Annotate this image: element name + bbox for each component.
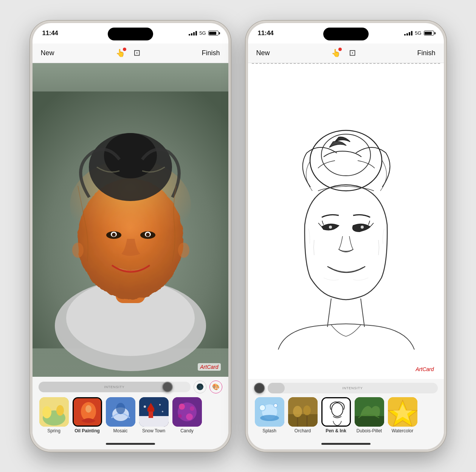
intensity-row-left: INTENSITY 🌑 🎨 [39, 381, 222, 393]
filter-thumb-watercolor [388, 397, 417, 427]
portrait-sketch: ArtCard [248, 63, 444, 379]
svg-point-20 [56, 405, 64, 416]
network-type-right: 5G [415, 30, 421, 36]
new-button-left[interactable]: New [41, 49, 54, 57]
red-dot-left [123, 48, 126, 51]
battery-icon-right [424, 31, 434, 36]
filter-snowtown[interactable]: Snow Town [138, 397, 169, 433]
crop-icon-right[interactable]: ⊡ [349, 48, 356, 58]
svg-point-46 [361, 226, 364, 229]
battery-fill-left [209, 32, 216, 35]
network-type-left: 5G [199, 30, 206, 36]
filter-candy[interactable]: Candy [172, 397, 203, 433]
filter-label-splash: Splash [262, 428, 276, 433]
svg-rect-53 [288, 414, 318, 427]
filter-strip-left: Spring Oil Painting [39, 397, 222, 436]
svg-point-41 [178, 414, 182, 418]
svg-point-33 [144, 405, 146, 408]
filter-thumb-orchard [288, 397, 318, 427]
intensity-thumb-left-side[interactable] [254, 383, 265, 393]
portrait-oil: ArtCard [33, 63, 228, 377]
svg-point-54 [293, 406, 302, 417]
filter-label-orchard: Orchard [295, 428, 311, 433]
dynamic-island-left [108, 28, 153, 40]
palette-icon-left[interactable]: 🎨 [209, 381, 222, 393]
battery-fill-right [425, 32, 432, 35]
home-indicator-left [33, 439, 228, 449]
filter-oil[interactable]: Oil Painting [72, 397, 103, 433]
filter-watercolor[interactable]: Watercolor [387, 397, 418, 433]
intensity-thumb-left[interactable] [162, 382, 173, 392]
svg-point-34 [159, 404, 161, 405]
intensity-moon-icon-left[interactable]: 🌑 [194, 381, 206, 393]
svg-point-50 [259, 405, 265, 411]
filter-thumb-snowtown [139, 397, 169, 427]
dashed-border [252, 63, 440, 64]
status-icons-right: 5G [404, 30, 434, 36]
filter-label-oil: Oil Painting [74, 428, 100, 433]
svg-point-19 [42, 406, 51, 418]
signal-bars-right [404, 31, 412, 36]
svg-point-13 [112, 233, 116, 237]
svg-point-51 [274, 404, 278, 407]
canvas-right: ArtCard [248, 63, 444, 379]
intensity-track-right[interactable]: INTENSITY [268, 383, 438, 393]
intensity-label-left: INTENSITY [104, 385, 124, 389]
nav-center-right: 👆 ⊡ [331, 48, 356, 58]
intensity-fill-left [39, 382, 168, 392]
crop-icon-left[interactable]: ⊡ [133, 48, 140, 58]
intensity-label-right: INTENSITY [342, 386, 363, 390]
filter-label-watercolor: Watercolor [392, 428, 414, 433]
svg-rect-31 [147, 409, 154, 412]
svg-rect-42 [248, 93, 444, 350]
finish-button-right[interactable]: Finish [417, 49, 435, 57]
status-icons-left: 5G [189, 30, 218, 36]
svg-point-40 [186, 413, 193, 420]
filter-spring[interactable]: Spring [39, 397, 70, 433]
filter-penink[interactable]: Pen & Ink [321, 397, 352, 433]
svg-point-55 [303, 405, 311, 415]
svg-rect-29 [139, 416, 169, 427]
phone-left: 11:44 5G New 👆 ⊡ Finish [30, 21, 231, 452]
filter-label-candy: Candy [180, 428, 194, 433]
nav-center-left: 👆 ⊡ [116, 48, 140, 58]
filter-thumb-mosaic [106, 397, 135, 427]
svg-point-27 [116, 403, 125, 414]
intensity-row-right: INTENSITY [254, 383, 438, 393]
filter-thumb-dubois [355, 397, 384, 427]
filter-thumb-splash [255, 397, 284, 427]
svg-point-45 [329, 226, 332, 229]
intensity-track-left[interactable]: INTENSITY [39, 382, 191, 392]
sketch-svg [248, 63, 444, 379]
bottom-controls-right: INTENSITY Splash [248, 379, 444, 439]
dynamic-island-right [323, 28, 369, 40]
filter-label-spring: Spring [47, 428, 60, 433]
touch-icon-left[interactable]: 👆 [116, 48, 125, 57]
home-indicator-right [248, 439, 444, 449]
filter-thumb-oil [73, 397, 102, 427]
nav-bar-right: New 👆 ⊡ Finish [248, 43, 444, 63]
filter-thumb-candy [172, 397, 202, 427]
watermark-right: ArtCard [413, 365, 436, 373]
filter-orchard[interactable]: Orchard [287, 397, 318, 433]
oil-painting-svg [33, 63, 228, 377]
nav-bar-left: New 👆 ⊡ Finish [33, 43, 228, 63]
svg-point-14 [146, 233, 150, 237]
signal-bars-left [189, 31, 197, 36]
touch-icon-right[interactable]: 👆 [331, 48, 341, 57]
canvas-left: ArtCard [33, 63, 228, 377]
filter-mosaic[interactable]: Mosaic [105, 397, 136, 433]
svg-point-35 [162, 411, 163, 412]
status-time-left: 11:44 [42, 29, 58, 37]
filter-label-dubois: Dubois-Pillet [357, 428, 382, 433]
svg-point-49 [260, 415, 279, 421]
svg-point-38 [179, 404, 185, 410]
new-button-right[interactable]: New [256, 49, 270, 57]
svg-point-15 [72, 243, 84, 258]
svg-point-16 [178, 243, 189, 258]
finish-button-left[interactable]: Finish [202, 49, 220, 57]
battery-icon-left [208, 31, 219, 36]
svg-point-24 [85, 405, 91, 413]
filter-splash[interactable]: Splash [254, 397, 285, 433]
filter-dubois[interactable]: Dubois-Pillet [354, 397, 385, 433]
